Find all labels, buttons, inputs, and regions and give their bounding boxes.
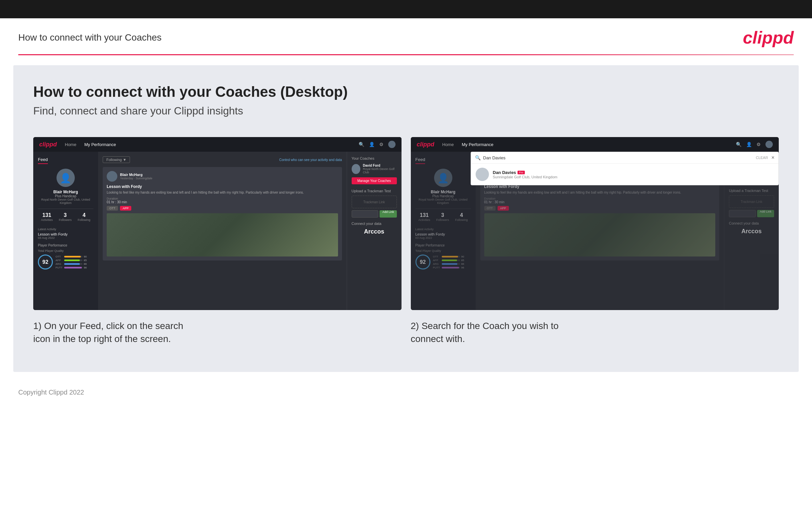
screenshot-panel-2: clippd Home My Performance 🔍 👤 ⚙ 🔍 Dan D… (411, 137, 779, 345)
profile-club: Royal North Devon Golf Club, United King… (38, 198, 93, 205)
app-nav-icons: 🔍 👤 ⚙ (359, 141, 395, 148)
stat-following: 4 Following (78, 212, 90, 221)
result-badge: Pro (518, 171, 525, 174)
following-label: Following (78, 218, 90, 221)
latest-activity-2: Latest Activity Lesson with Fordy 03 Aug… (416, 225, 471, 240)
feed-tab[interactable]: Feed (38, 157, 48, 164)
search-overlay: 🔍 Dan Davies CLEAR × Dan Davies Pro Sun (471, 152, 779, 185)
following-button[interactable]: Following ▼ (103, 156, 130, 163)
search-input[interactable]: Dan Davies (483, 155, 756, 160)
profile-hcp-2: Plus Handicap (416, 194, 471, 198)
activity-name: Lesson with Fordy (38, 232, 93, 236)
caption-2-text: 2) Search for the Coach you wish toconne… (411, 321, 559, 344)
caption-1: 1) On your Feed, click on the searchicon… (33, 320, 401, 345)
search-icon-overlay: 🔍 (475, 155, 481, 160)
following-row: Following ▼ Control who can see your act… (103, 156, 342, 163)
post-author-avatar (107, 171, 117, 182)
app-logo-small: clippd (39, 141, 57, 148)
top-bar (0, 0, 812, 18)
post-author-row: Blair McHarg Yesterday · Sunningdale (107, 171, 338, 182)
bar-app-fill (64, 259, 80, 261)
app-feed-1: Following ▼ Control who can see your act… (98, 152, 347, 310)
screenshot-panel-1: clippd Home My Performance 🔍 👤 ⚙ Feed (33, 137, 401, 345)
profile-name-2: Blair McHarg (416, 189, 471, 194)
manage-coaches-button[interactable]: Manage Your Coaches (352, 177, 397, 184)
latest-activity: Latest Activity Lesson with Fordy 03 Aug… (38, 225, 93, 240)
bar-app: APP 85 (55, 259, 93, 262)
post-duration: Duration 01 hr : 30 min (107, 197, 338, 204)
coach-avatar (352, 164, 360, 174)
followers-label: Followers (59, 218, 72, 221)
bar-ott: OTT 90 (55, 255, 93, 258)
toggle-row: OTT APP (107, 206, 338, 211)
toggle-off[interactable]: OTT (107, 206, 118, 211)
post-author-name: Blair McHarg (120, 173, 152, 177)
toggle-app[interactable]: APP (120, 206, 131, 211)
control-link[interactable]: Control who can see your activity and da… (279, 158, 342, 162)
quality-label: Total Player Quality (38, 249, 93, 253)
user-avatar-nav-2[interactable] (765, 141, 773, 148)
followers-count: 3 (59, 212, 72, 218)
footer: Copyright Clippd 2022 (0, 382, 812, 403)
settings-icon[interactable]: ⚙ (379, 142, 384, 147)
following-count: 4 (78, 212, 90, 218)
activity-date: 03 Aug 2022 (38, 236, 93, 240)
bar-app-track (64, 259, 83, 261)
search-result[interactable]: Dan Davies Pro Sunningdale Golf Club, Un… (471, 164, 779, 185)
post-card: Blair McHarg Yesterday · Sunningdale Les… (103, 167, 342, 260)
duration-label: Duration (107, 197, 118, 200)
bar-arg-fill (64, 263, 80, 265)
coach-item-1: David Ford Royal North Devon Golf Club (352, 164, 397, 174)
copyright: Copyright Clippd 2022 (18, 389, 84, 396)
search-icon-2[interactable]: 🔍 (736, 142, 742, 147)
search-icon[interactable]: 🔍 (359, 142, 364, 147)
post-meta: Yesterday · Sunningdale (120, 177, 152, 180)
profile-section: Blair McHarg Plus Handicap Royal North D… (38, 169, 93, 209)
post-body: Looking to feel like my hands are exitin… (107, 190, 338, 195)
performance-section: Player Performance Total Player Quality … (38, 244, 93, 270)
add-link-button[interactable]: Add Link (380, 210, 396, 218)
profile-icon-2[interactable]: 👤 (746, 142, 752, 147)
coach-name: David Ford (363, 164, 397, 167)
nav-home-2[interactable]: Home (442, 142, 454, 147)
search-bar: 🔍 Dan Davies CLEAR × (471, 152, 779, 164)
bar-ott-value: 90 (84, 255, 87, 258)
bar-app-value: 85 (84, 259, 87, 262)
app-body-1: Feed Blair McHarg Plus Handicap Royal No… (33, 152, 401, 310)
section-title: How to connect with your Coaches (Deskto… (33, 84, 779, 100)
profile-hcp: Plus Handicap (38, 194, 93, 198)
user-avatar-nav[interactable] (388, 141, 395, 148)
screenshot-box-2: clippd Home My Performance 🔍 👤 ⚙ 🔍 Dan D… (411, 137, 779, 310)
activities-label: Activities (41, 218, 53, 221)
result-meta: Sunningdale Golf Club, United Kingdom (493, 175, 558, 179)
stats-row: 131 Activities 3 Followers 4 Following (38, 209, 93, 225)
clippd-logo: clippd (743, 28, 794, 48)
arccos-logo: Arccos (352, 228, 397, 235)
result-name-row: Dan Davies Pro (493, 170, 558, 175)
result-avatar (476, 168, 489, 181)
bar-putt: PUTT 96 (55, 266, 93, 269)
app-logo-small-2: clippd (417, 141, 434, 148)
performance-section-2: Player Performance Total Player Quality … (416, 244, 471, 270)
app-sidebar-2: Feed Blair McHarg Plus Handicap Royal No… (411, 152, 476, 310)
profile-icon[interactable]: 👤 (369, 142, 375, 147)
app-sidebar-1: Feed Blair McHarg Plus Handicap Royal No… (33, 152, 98, 310)
bar-arg-track (64, 263, 83, 265)
connect-data-title: Connect your data (352, 221, 397, 225)
nav-home[interactable]: Home (65, 142, 77, 147)
close-icon[interactable]: × (771, 155, 774, 161)
trackman-text: Trackman Link (363, 200, 385, 204)
feed-tab-2: Feed (416, 157, 425, 164)
header-divider (18, 54, 794, 55)
clear-button[interactable]: CLEAR (756, 156, 768, 160)
nav-my-performance[interactable]: My Performance (85, 142, 116, 147)
trackman-input-row: Add Link (352, 210, 397, 218)
screenshots-row: clippd Home My Performance 🔍 👤 ⚙ Feed (33, 137, 779, 345)
result-name: Dan Davies (493, 170, 516, 175)
app-nav-1: clippd Home My Performance 🔍 👤 ⚙ (33, 137, 401, 152)
stat-activities: 131 Activities (41, 212, 53, 221)
settings-icon-2[interactable]: ⚙ (757, 142, 761, 147)
profile-club-2: Royal North Devon Golf Club, United King… (416, 198, 471, 205)
nav-my-performance-2[interactable]: My Performance (462, 142, 493, 147)
trackman-link-input[interactable] (352, 210, 379, 218)
